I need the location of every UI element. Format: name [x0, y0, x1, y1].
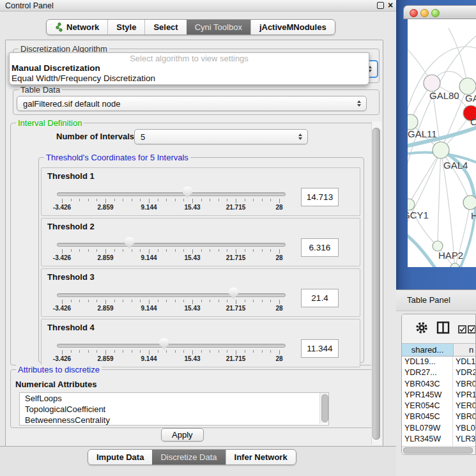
slider-tick [79, 199, 80, 201]
numerical-attributes-list[interactable]: SelfLoopsTopologicalCoefficientBetweenne… [19, 392, 329, 426]
table-hscrollbar[interactable] [402, 446, 475, 454]
thresholds-group-title: Threshold's Coordinates for 5 Intervals [44, 153, 190, 162]
tab-infer-network[interactable]: Infer Network [226, 450, 296, 464]
tab-impute-data[interactable]: Impute Data [88, 450, 152, 464]
table-row[interactable]: YPR145WYPR1 [402, 390, 476, 401]
slider-tick [279, 199, 280, 203]
slider-track[interactable] [57, 344, 286, 348]
slider-tick [219, 300, 219, 302]
table-row[interactable]: YER054CYER0 [402, 401, 476, 411]
slider-tick [270, 249, 271, 252]
network-node[interactable] [408, 199, 415, 210]
settings-gear-icon[interactable] [415, 321, 429, 335]
edge[interactable] [438, 150, 441, 246]
cell-shared-name: YDL19... [402, 357, 453, 367]
slider-track[interactable] [57, 293, 286, 297]
panel-scrollbar-thumb[interactable] [372, 128, 380, 440]
table-data-combo-value: galFiltered.sif default node [23, 99, 120, 109]
cell-shared-name: YBL079W [402, 423, 453, 434]
slider-tick [132, 300, 132, 302]
window-zoom-traffic-light[interactable] [431, 9, 440, 17]
tab-select[interactable]: Select [144, 20, 186, 35]
slider-tick [236, 350, 236, 355]
threshold-panel-3: Threshold 3-3.4262.8599.14415.4321.71528… [41, 268, 360, 317]
threshold-value-field[interactable]: 21.4 [301, 289, 339, 307]
scrollbar-thumb[interactable] [403, 447, 473, 454]
slider-tick [140, 300, 141, 302]
list-item-topologicalcoefficient[interactable]: TopologicalCoefficient [20, 404, 328, 415]
slider-tick-label: 15.43 [184, 204, 200, 211]
table-row[interactable]: YDL19...YDL1 [402, 357, 476, 367]
threshold-value-field[interactable]: 14.713 [301, 188, 339, 206]
slider-tick [253, 350, 254, 353]
tab-style[interactable]: Style [107, 20, 144, 35]
table-data-combo[interactable]: galFiltered.sif default node [17, 96, 367, 111]
network-node[interactable] [463, 196, 476, 210]
edge[interactable] [409, 150, 441, 204]
table-row[interactable]: YDR27...YDR2 [402, 367, 476, 378]
slider-tick-label: -3.426 [53, 204, 71, 211]
tab-label: Discretize Data [160, 452, 217, 462]
slider-track[interactable] [57, 192, 286, 196]
tab-discretize-data[interactable]: Discretize Data [152, 450, 225, 464]
tab-jactivemnodules[interactable]: jActiveMNodules [250, 20, 335, 35]
close-icon[interactable]: × [386, 0, 395, 12]
column-header-shared[interactable]: shared... [402, 344, 454, 356]
network-node[interactable] [433, 142, 449, 158]
window-minimize-traffic-light[interactable] [420, 9, 429, 17]
float-window-icon[interactable] [377, 2, 384, 9]
cell-name: YLR3 [453, 434, 475, 445]
tab-network[interactable]: Network [47, 20, 107, 35]
algorithm-option-equal-width-frequency-discretization[interactable]: Equal Width/Frequency Discretization [10, 73, 369, 84]
slider-tick [245, 249, 245, 252]
slider-tick [227, 249, 227, 252]
slider-tick [183, 199, 184, 201]
threshold-panel-2: Threshold 2-3.4262.8599.14415.4321.71528… [41, 218, 360, 266]
scrollbar-thumb[interactable] [321, 394, 328, 422]
table-row[interactable]: YLR345WYLR3 [402, 434, 476, 445]
slider-thumb[interactable] [159, 338, 169, 349]
checkbox-icon[interactable] [458, 325, 466, 334]
table-row[interactable]: YBR045CYBR0 [402, 411, 476, 422]
slider-tick [114, 350, 115, 353]
slider-tick-label: 28 [275, 254, 282, 261]
table-row[interactable]: YBR043CYBR0 [402, 379, 476, 390]
edge-highlighted[interactable] [408, 232, 437, 267]
algorithm-option-manual-discretization[interactable]: Manual Discretization [10, 63, 369, 73]
attributes-list-scrollbar[interactable] [319, 393, 328, 424]
slider-tick [219, 199, 219, 201]
slider-tick [88, 249, 89, 252]
threshold-value-field[interactable]: 6.316 [301, 238, 339, 257]
column-header-name[interactable]: n [454, 344, 476, 356]
window-close-traffic-light[interactable] [410, 9, 418, 17]
slider-thumb[interactable] [229, 288, 238, 299]
slider-tick [62, 199, 63, 203]
cell-name: YDR2 [453, 367, 476, 378]
list-item-betweennesscentrality[interactable]: BetweennessCentrality [20, 415, 328, 426]
slider-tick-label: -3.426 [53, 305, 71, 312]
threshold-value-field[interactable]: 11.344 [301, 339, 339, 358]
slider-thumb[interactable] [183, 187, 192, 198]
tab-cyni-toolbox[interactable]: Cyni Toolbox [187, 20, 250, 35]
slider-tick [149, 249, 150, 254]
checkbox-icon[interactable] [468, 325, 476, 334]
slider-tick [88, 350, 89, 353]
node-label: GAL11 [408, 128, 437, 139]
table-row[interactable]: YBL079WYBL0 [402, 423, 476, 434]
slider-tick-label: 2.859 [97, 355, 113, 362]
network-node[interactable] [424, 75, 440, 91]
node-label: GAL80 [429, 90, 459, 101]
apply-button[interactable]: Apply [161, 428, 204, 441]
edge[interactable] [449, 28, 468, 86]
network-canvas[interactable]: GAL80GACGAL11GAL4GCY1HHAP2 [408, 19, 476, 267]
slider-tick-label: -3.426 [53, 254, 71, 261]
number-of-intervals-combo[interactable]: 5 [134, 129, 308, 144]
network-node[interactable] [408, 114, 418, 130]
list-item-selfloops[interactable]: SelfLoops [20, 393, 328, 404]
slider-track[interactable] [57, 243, 286, 247]
algorithm-dropdown-popup: Select algorithm to view settings Manual… [9, 52, 369, 85]
slider-thumb[interactable] [125, 237, 134, 249]
slider-tick [114, 300, 115, 302]
column-layout-icon[interactable] [436, 321, 450, 335]
slider-tick [123, 249, 123, 252]
